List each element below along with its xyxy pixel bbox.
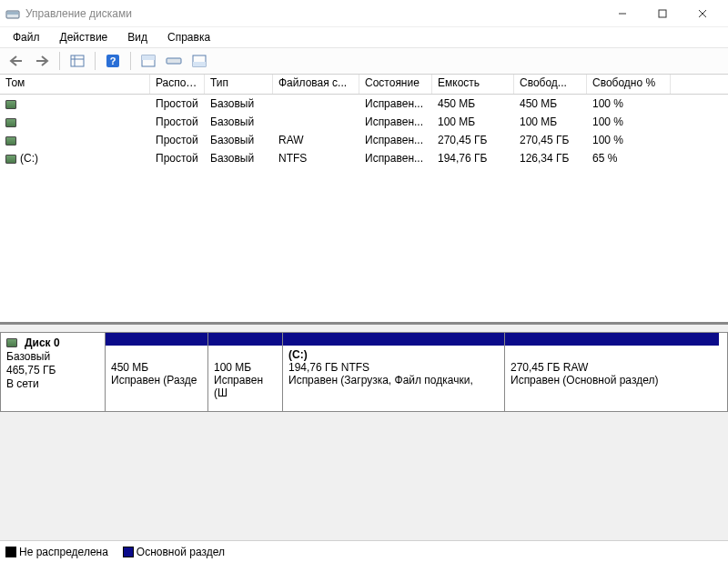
partition[interactable]: (C:)194,76 ГБ NTFSИсправен (Загрузка, Фа… [282, 333, 504, 411]
volume-icon [5, 118, 16, 127]
volume-row[interactable]: ПростойБазовыйRAWИсправен...270,45 ГБ270… [0, 131, 728, 149]
maximize-button[interactable] [642, 1, 682, 26]
volume-layout: Простой [150, 151, 205, 166]
volume-layout: Простой [150, 115, 205, 129]
volume-list-panel: Том Располо... Тип Файловая с... Состоян… [0, 75, 728, 325]
volume-freepct: 100 % [587, 96, 671, 111]
view-top-button[interactable] [137, 50, 159, 72]
partition-size: 450 МБ [111, 361, 202, 374]
view-list-button[interactable] [66, 50, 88, 72]
toolbar-separator [59, 52, 60, 70]
nav-forward-button[interactable] [31, 50, 53, 72]
partition-size: 100 МБ [214, 361, 277, 374]
volume-status: Исправен... [359, 151, 432, 166]
volume-freepct: 65 % [587, 151, 671, 166]
minimize-button[interactable] [602, 1, 642, 26]
app-icon [5, 6, 20, 21]
partition[interactable]: 450 МБИсправен (Разде [106, 333, 207, 411]
disk-row[interactable]: Диск 0 Базовый 465,75 ГБ В сети 450 МБИс… [0, 332, 728, 412]
partition[interactable]: 100 МБИсправен (Ш [207, 333, 282, 411]
partition-status: Исправен (Основной раздел) [511, 374, 713, 386]
svg-rect-1 [7, 12, 18, 15]
disk-size: 465,75 ГБ [6, 364, 99, 376]
col-volume[interactable]: Том [0, 75, 150, 94]
partition-name: (C:) [288, 348, 499, 361]
volume-fs: RAW [273, 133, 359, 147]
col-freepct[interactable]: Свободно % [587, 75, 671, 94]
volume-status: Исправен... [359, 96, 432, 111]
volume-capacity: 100 МБ [432, 115, 514, 129]
legend-unallocated-label: Не распределена [19, 546, 108, 558]
toolbar: ? [0, 47, 728, 75]
volume-list-header: Том Располо... Тип Файловая с... Состоян… [0, 75, 728, 95]
legend-unallocated: Не распределена [5, 546, 108, 558]
toolbar-separator [95, 52, 96, 70]
window-title: Управление дисками [25, 7, 602, 20]
volume-row[interactable]: ПростойБазовыйИсправен...450 МБ450 МБ100… [0, 95, 728, 113]
legend-primary: Основной раздел [123, 546, 225, 558]
volume-capacity: 450 МБ [432, 96, 514, 111]
menu-help[interactable]: Справка [158, 29, 219, 45]
nav-back-button[interactable] [5, 50, 27, 72]
volume-icon [5, 100, 16, 109]
volume-layout: Простой [150, 133, 205, 147]
menu-action[interactable]: Действие [51, 29, 117, 45]
volume-fs [273, 103, 359, 105]
legend-swatch-black [5, 547, 16, 557]
partition-status: Исправен (Разде [111, 374, 202, 386]
volume-free: 270,45 ГБ [514, 133, 587, 147]
svg-rect-3 [659, 10, 666, 17]
partition-size: 270,45 ГБ RAW [511, 361, 713, 374]
volume-free: 100 МБ [514, 115, 587, 129]
volume-capacity: 270,45 ГБ [432, 133, 514, 147]
col-type[interactable]: Тип [205, 75, 273, 94]
disk-icon [6, 338, 17, 347]
col-status[interactable]: Состояние [359, 75, 432, 94]
volume-icon [5, 155, 16, 164]
volume-row[interactable]: (C:)ПростойБазовыйNTFSИсправен...194,76 … [0, 149, 728, 167]
partition-status: Исправен (Ш [214, 374, 277, 399]
volume-status: Исправен... [359, 133, 432, 147]
menu-file[interactable]: Файл [4, 29, 49, 45]
volume-free: 126,34 ГБ [514, 151, 587, 166]
volume-free: 450 МБ [514, 96, 587, 111]
partition-header-stripe [283, 333, 504, 346]
menu-view[interactable]: Вид [118, 29, 157, 45]
volume-status: Исправен... [359, 115, 432, 129]
toolbar-separator [130, 52, 131, 70]
help-button[interactable]: ? [102, 50, 124, 72]
legend-swatch-blue [123, 547, 134, 557]
volume-list-body: ПростойБазовыйИсправен...450 МБ450 МБ100… [0, 95, 728, 167]
view-disk-button[interactable] [163, 50, 185, 72]
partition-header-stripe [106, 333, 207, 346]
svg-rect-15 [167, 58, 181, 64]
col-capacity[interactable]: Емкость [432, 75, 514, 94]
svg-text:?: ? [110, 55, 116, 66]
col-free[interactable]: Свобод... [514, 75, 587, 94]
volume-type: Базовый [205, 151, 273, 166]
legend-primary-label: Основной раздел [136, 546, 225, 558]
volume-type: Базовый [205, 133, 273, 147]
volume-layout: Простой [150, 96, 205, 111]
volume-fs [273, 121, 359, 123]
svg-rect-8 [71, 55, 84, 66]
col-fs[interactable]: Файловая с... [273, 75, 359, 94]
volume-freepct: 100 % [587, 133, 671, 147]
volume-icon [5, 136, 16, 146]
partition-header-stripe [505, 333, 719, 346]
menu-bar: Файл Действие Вид Справка [0, 27, 728, 47]
svg-rect-14 [142, 55, 155, 60]
view-bottom-button[interactable] [188, 50, 210, 72]
volume-row[interactable]: ПростойБазовыйИсправен...100 МБ100 МБ100… [0, 113, 728, 131]
partition[interactable]: 270,45 ГБ RAWИсправен (Основной раздел) [504, 333, 719, 411]
volume-capacity: 194,76 ГБ [432, 151, 514, 166]
svg-rect-17 [193, 62, 206, 66]
col-layout[interactable]: Располо... [150, 75, 205, 94]
disk-graphical-panel: Диск 0 Базовый 465,75 ГБ В сети 450 МБИс… [0, 325, 728, 540]
disk-legend: Диск 0 Базовый 465,75 ГБ В сети [1, 333, 106, 411]
volume-freepct: 100 % [587, 115, 671, 129]
volume-name: (C:) [20, 152, 38, 165]
volume-type: Базовый [205, 96, 273, 111]
close-button[interactable] [682, 1, 723, 26]
volume-fs: NTFS [273, 151, 359, 166]
